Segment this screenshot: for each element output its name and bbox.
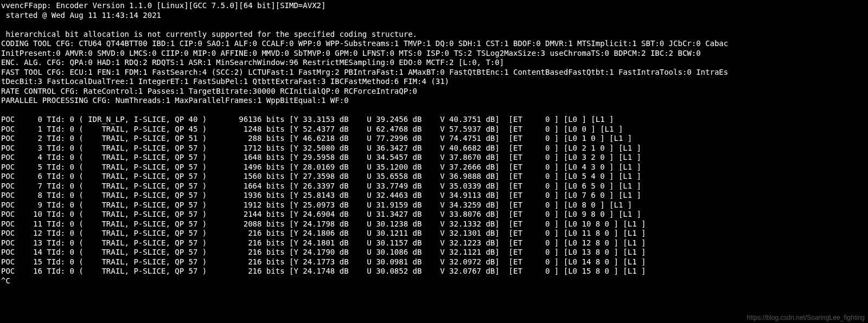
watermark: https://blog.csdn.net/SoaringLee_fightin… (747, 314, 865, 322)
warning-line: hierarchical bit allocation is not curre… (1, 30, 417, 38)
parallel-proc-line: PARALLEL PROCESSING CFG: NumThreads:1 Ma… (1, 96, 349, 105)
enc-alg-cfg-line: ENC. ALG. CFG: QPA:0 HAD:1 RDQ:2 RDQTS:1… (1, 58, 504, 67)
init-present-line: InitPresent:0 AMVR:0 SMVD:0 LMCS:0 CIIP:… (1, 49, 701, 57)
fast-tool-cfg-line: FAST TOOL CFG: ECU:1 FEN:1 FDM:1 FastSea… (1, 68, 728, 76)
ctrl-c: ^C (1, 276, 10, 285)
started-at-line: started @ Wed Aug 11 11:43:14 2021 (1, 11, 161, 20)
rate-control-line: RATE CONTROL CFG: RateControl:1 Passes:1… (1, 87, 417, 95)
poc-frame-rows: POC 0 TId: 0 ( IDR_N_LP, I-SLICE, QP 40 … (1, 115, 646, 275)
coding-tool-cfg-line: CODING TOOL CFG: CTU64 QT44BTT00 IBD:1 C… (1, 39, 728, 48)
terminal-output: vvencFFapp: Encoder Version 1.1.0 [Linux… (0, 0, 868, 286)
encoder-version-line: vvencFFapp: Encoder Version 1.1.0 [Linux… (1, 1, 326, 10)
tdecbit-line: tDecBit:3 FastLocalDualTree:1 IntegerET:… (1, 77, 449, 86)
